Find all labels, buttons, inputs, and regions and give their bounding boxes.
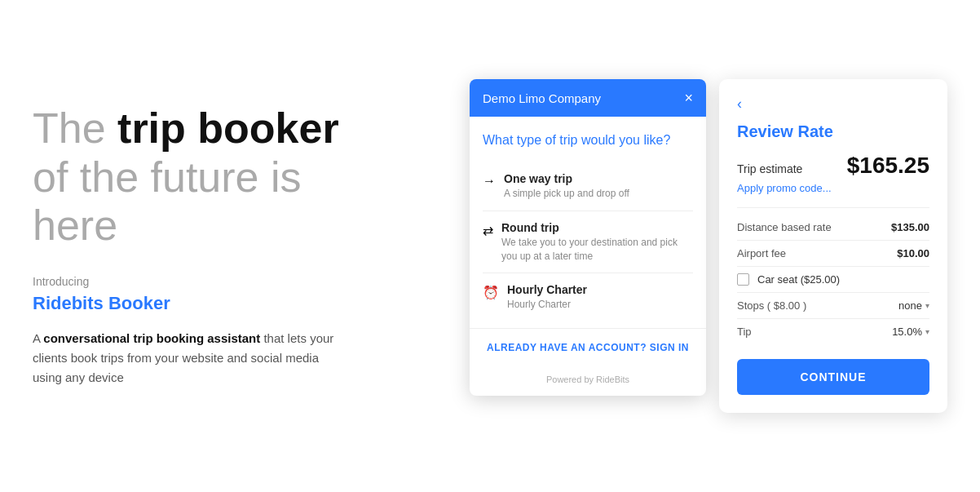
- round-trip-content: Round trip We take you to your destinati…: [501, 221, 693, 264]
- hourly-content: Hourly Charter Hourly Charter: [507, 283, 587, 312]
- hero-headline: The trip booker of the future ishere: [33, 104, 453, 250]
- trip-option-roundtrip[interactable]: ⇄ Round trip We take you to your destina…: [483, 211, 693, 274]
- continue-button[interactable]: CONTINUE: [737, 359, 929, 395]
- one-way-icon: →: [483, 174, 496, 188]
- trip-estimate-label: Trip estimate: [737, 162, 802, 175]
- hero-section: The trip booker of the future ishere Int…: [33, 104, 470, 388]
- modal-trip-header: Demo Limo Company ×: [470, 79, 706, 117]
- trip-question: What type of trip would you like?: [483, 133, 693, 148]
- product-name: Ridebits Booker: [33, 293, 453, 314]
- distance-label: Distance based rate: [737, 221, 832, 233]
- modal-trip: Demo Limo Company × What type of trip wo…: [470, 79, 706, 396]
- headline-gray-the: The: [33, 104, 117, 152]
- one-way-desc: A simple pick up and drop off: [504, 187, 629, 201]
- airport-label: Airport fee: [737, 247, 786, 259]
- modal-trip-title: Demo Limo Company: [483, 91, 601, 105]
- stops-label: Stops ( $8.00 ): [737, 299, 806, 312]
- hero-description: A conversational trip booking assistant …: [33, 329, 342, 388]
- headline-gray-rest: of the future ishere: [33, 153, 302, 250]
- stops-chevron-icon: ▾: [925, 301, 929, 310]
- modal-review: ‹ Review Rate Trip estimate $165.25 Appl…: [719, 79, 947, 413]
- round-trip-title: Round trip: [501, 221, 693, 234]
- tip-select[interactable]: 15.0% ▾: [892, 326, 929, 338]
- modal-close-button[interactable]: ×: [684, 91, 693, 105]
- tip-value: 15.0%: [892, 326, 922, 338]
- car-seat-label: Car seat ($25.00): [757, 273, 840, 286]
- trip-estimate-value: $165.25: [847, 153, 929, 179]
- distance-value: $135.00: [891, 221, 929, 233]
- trip-option-oneway[interactable]: → One way trip A simple pick up and drop…: [483, 162, 693, 211]
- modals-area: Demo Limo Company × What type of trip wo…: [470, 79, 947, 413]
- desc-bold: conversational trip booking assistant: [43, 331, 260, 345]
- introducing-label: Introducing: [33, 275, 453, 288]
- back-button[interactable]: ‹: [737, 95, 742, 113]
- trip-option-hourly[interactable]: ⏰ Hourly Charter Hourly Charter: [483, 273, 693, 321]
- desc-prefix: A: [33, 331, 43, 345]
- sign-in-link[interactable]: ALREADY HAVE AN ACCOUNT? SIGN IN: [483, 342, 693, 353]
- modal-trip-footer: ALREADY HAVE AN ACCOUNT? SIGN IN: [470, 328, 706, 366]
- tip-chevron-icon: ▾: [925, 327, 929, 336]
- promo-code-link[interactable]: Apply promo code...: [737, 182, 929, 194]
- rate-divider: [737, 207, 929, 208]
- distance-rate-row: Distance based rate $135.00: [737, 215, 929, 241]
- review-rate-title: Review Rate: [737, 122, 929, 141]
- hourly-icon: ⏰: [483, 285, 499, 300]
- airport-value: $10.00: [897, 247, 929, 259]
- car-seat-checkbox[interactable]: [737, 273, 749, 286]
- trip-estimate-row: Trip estimate $165.25: [737, 153, 929, 179]
- one-way-content: One way trip A simple pick up and drop o…: [504, 172, 629, 201]
- tip-row: Tip 15.0% ▾: [737, 319, 929, 344]
- round-trip-desc: We take you to your destination and pick…: [501, 236, 693, 264]
- stops-row: Stops ( $8.00 ) none ▾: [737, 293, 929, 319]
- powered-by: Powered by RideBits: [470, 366, 706, 396]
- round-trip-icon: ⇄: [483, 223, 493, 238]
- hourly-desc: Hourly Charter: [507, 298, 587, 312]
- tip-label: Tip: [737, 326, 752, 338]
- car-seat-row: Car seat ($25.00): [737, 267, 929, 293]
- stops-value: none: [898, 299, 922, 312]
- stops-select[interactable]: none ▾: [898, 299, 929, 312]
- headline-bold: trip booker: [117, 104, 339, 152]
- one-way-title: One way trip: [504, 172, 629, 185]
- hourly-title: Hourly Charter: [507, 283, 587, 296]
- airport-fee-row: Airport fee $10.00: [737, 241, 929, 267]
- modal-trip-body: What type of trip would you like? → One …: [470, 117, 706, 321]
